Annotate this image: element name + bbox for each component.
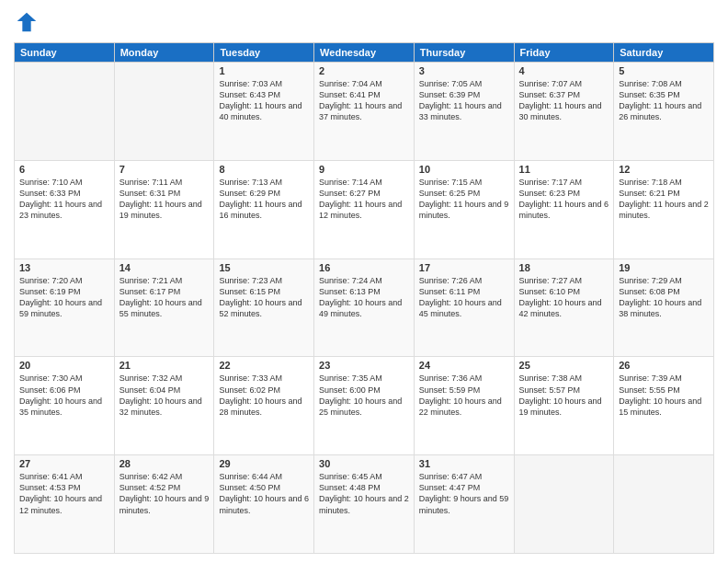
calendar-cell: 26Sunrise: 7:39 AM Sunset: 5:55 PM Dayli… [614, 357, 714, 455]
calendar: SundayMondayTuesdayWednesdayThursdayFrid… [14, 42, 714, 554]
calendar-cell [514, 455, 614, 554]
logo-icon [14, 9, 40, 35]
day-number: 19 [619, 262, 709, 273]
day-number: 11 [519, 164, 609, 175]
cell-content: Sunrise: 7:17 AM Sunset: 6:23 PM Dayligh… [519, 177, 609, 222]
calendar-cell: 27Sunrise: 6:41 AM Sunset: 4:53 PM Dayli… [15, 455, 115, 554]
calendar-cell: 15Sunrise: 7:23 AM Sunset: 6:15 PM Dayli… [214, 259, 314, 357]
day-number: 5 [619, 65, 709, 76]
calendar-cell [114, 63, 214, 161]
day-number: 2 [319, 65, 409, 76]
calendar-cell [614, 455, 714, 554]
calendar-cell: 20Sunrise: 7:30 AM Sunset: 6:06 PM Dayli… [15, 357, 115, 455]
day-number: 18 [519, 262, 609, 273]
calendar-cell: 9Sunrise: 7:14 AM Sunset: 6:27 PM Daylig… [314, 160, 415, 259]
day-number: 10 [419, 164, 509, 175]
calendar-week-row: 27Sunrise: 6:41 AM Sunset: 4:53 PM Dayli… [15, 455, 714, 554]
calendar-week-row: 1Sunrise: 7:03 AM Sunset: 6:43 PM Daylig… [15, 63, 714, 161]
weekday-header: Friday [514, 43, 614, 63]
day-number: 9 [319, 164, 409, 175]
logo [14, 9, 43, 35]
cell-content: Sunrise: 7:21 AM Sunset: 6:17 PM Dayligh… [119, 275, 210, 320]
page: SundayMondayTuesdayWednesdayThursdayFrid… [0, 0, 728, 563]
cell-content: Sunrise: 7:10 AM Sunset: 6:33 PM Dayligh… [19, 177, 109, 222]
calendar-cell: 21Sunrise: 7:32 AM Sunset: 6:04 PM Dayli… [114, 357, 214, 455]
header [14, 9, 714, 35]
day-number: 3 [419, 65, 509, 76]
calendar-cell: 29Sunrise: 6:44 AM Sunset: 4:50 PM Dayli… [214, 455, 314, 554]
day-number: 14 [119, 262, 210, 273]
day-number: 6 [19, 164, 109, 175]
calendar-cell: 8Sunrise: 7:13 AM Sunset: 6:29 PM Daylig… [214, 160, 314, 259]
cell-content: Sunrise: 7:05 AM Sunset: 6:39 PM Dayligh… [419, 78, 509, 123]
day-number: 7 [119, 164, 210, 175]
cell-content: Sunrise: 6:45 AM Sunset: 4:48 PM Dayligh… [319, 471, 409, 516]
svg-marker-0 [17, 13, 37, 32]
calendar-cell: 23Sunrise: 7:35 AM Sunset: 6:00 PM Dayli… [314, 357, 415, 455]
cell-content: Sunrise: 6:44 AM Sunset: 4:50 PM Dayligh… [219, 471, 309, 516]
day-number: 12 [619, 164, 709, 175]
calendar-cell: 28Sunrise: 6:42 AM Sunset: 4:52 PM Dayli… [114, 455, 214, 554]
cell-content: Sunrise: 7:04 AM Sunset: 6:41 PM Dayligh… [319, 78, 409, 123]
cell-content: Sunrise: 7:35 AM Sunset: 6:00 PM Dayligh… [319, 373, 409, 418]
calendar-header: SundayMondayTuesdayWednesdayThursdayFrid… [15, 43, 714, 63]
cell-content: Sunrise: 7:11 AM Sunset: 6:31 PM Dayligh… [119, 177, 210, 222]
day-number: 20 [19, 360, 109, 371]
calendar-cell: 6Sunrise: 7:10 AM Sunset: 6:33 PM Daylig… [15, 160, 115, 259]
day-number: 24 [419, 360, 509, 371]
calendar-week-row: 13Sunrise: 7:20 AM Sunset: 6:19 PM Dayli… [15, 259, 714, 357]
day-number: 13 [19, 262, 109, 273]
day-number: 1 [219, 65, 309, 76]
cell-content: Sunrise: 6:42 AM Sunset: 4:52 PM Dayligh… [119, 471, 210, 516]
calendar-cell: 1Sunrise: 7:03 AM Sunset: 6:43 PM Daylig… [214, 63, 314, 161]
calendar-cell: 13Sunrise: 7:20 AM Sunset: 6:19 PM Dayli… [15, 259, 115, 357]
calendar-week-row: 6Sunrise: 7:10 AM Sunset: 6:33 PM Daylig… [15, 160, 714, 259]
calendar-cell: 14Sunrise: 7:21 AM Sunset: 6:17 PM Dayli… [114, 259, 214, 357]
cell-content: Sunrise: 7:27 AM Sunset: 6:10 PM Dayligh… [519, 275, 609, 320]
cell-content: Sunrise: 7:29 AM Sunset: 6:08 PM Dayligh… [619, 275, 709, 320]
cell-content: Sunrise: 7:38 AM Sunset: 5:57 PM Dayligh… [519, 373, 609, 418]
day-number: 17 [419, 262, 509, 273]
cell-content: Sunrise: 7:03 AM Sunset: 6:43 PM Dayligh… [219, 78, 309, 123]
day-number: 25 [519, 360, 609, 371]
weekday-header: Sunday [15, 43, 115, 63]
cell-content: Sunrise: 7:07 AM Sunset: 6:37 PM Dayligh… [519, 78, 609, 123]
day-number: 29 [219, 458, 309, 469]
calendar-cell: 17Sunrise: 7:26 AM Sunset: 6:11 PM Dayli… [414, 259, 514, 357]
calendar-body: 1Sunrise: 7:03 AM Sunset: 6:43 PM Daylig… [15, 63, 714, 554]
cell-content: Sunrise: 7:13 AM Sunset: 6:29 PM Dayligh… [219, 177, 309, 222]
calendar-cell: 3Sunrise: 7:05 AM Sunset: 6:39 PM Daylig… [414, 63, 514, 161]
day-number: 16 [319, 262, 409, 273]
calendar-cell: 11Sunrise: 7:17 AM Sunset: 6:23 PM Dayli… [514, 160, 614, 259]
cell-content: Sunrise: 7:26 AM Sunset: 6:11 PM Dayligh… [419, 275, 509, 320]
calendar-cell: 31Sunrise: 6:47 AM Sunset: 4:47 PM Dayli… [414, 455, 514, 554]
calendar-cell: 25Sunrise: 7:38 AM Sunset: 5:57 PM Dayli… [514, 357, 614, 455]
day-number: 21 [119, 360, 210, 371]
calendar-cell: 10Sunrise: 7:15 AM Sunset: 6:25 PM Dayli… [414, 160, 514, 259]
day-number: 26 [619, 360, 709, 371]
calendar-cell: 7Sunrise: 7:11 AM Sunset: 6:31 PM Daylig… [114, 160, 214, 259]
weekday-header: Thursday [414, 43, 514, 63]
cell-content: Sunrise: 7:39 AM Sunset: 5:55 PM Dayligh… [619, 373, 709, 418]
calendar-cell: 19Sunrise: 7:29 AM Sunset: 6:08 PM Dayli… [614, 259, 714, 357]
calendar-cell: 24Sunrise: 7:36 AM Sunset: 5:59 PM Dayli… [414, 357, 514, 455]
cell-content: Sunrise: 7:36 AM Sunset: 5:59 PM Dayligh… [419, 373, 509, 418]
calendar-cell [15, 63, 115, 161]
day-number: 22 [219, 360, 309, 371]
day-number: 15 [219, 262, 309, 273]
cell-content: Sunrise: 6:41 AM Sunset: 4:53 PM Dayligh… [19, 471, 109, 516]
cell-content: Sunrise: 6:47 AM Sunset: 4:47 PM Dayligh… [419, 471, 509, 516]
cell-content: Sunrise: 7:20 AM Sunset: 6:19 PM Dayligh… [19, 275, 109, 320]
calendar-cell: 12Sunrise: 7:18 AM Sunset: 6:21 PM Dayli… [614, 160, 714, 259]
calendar-cell: 18Sunrise: 7:27 AM Sunset: 6:10 PM Dayli… [514, 259, 614, 357]
cell-content: Sunrise: 7:23 AM Sunset: 6:15 PM Dayligh… [219, 275, 309, 320]
calendar-cell: 16Sunrise: 7:24 AM Sunset: 6:13 PM Dayli… [314, 259, 415, 357]
weekday-header: Wednesday [314, 43, 415, 63]
weekday-header: Monday [114, 43, 214, 63]
day-number: 28 [119, 458, 210, 469]
cell-content: Sunrise: 7:18 AM Sunset: 6:21 PM Dayligh… [619, 177, 709, 222]
header-row: SundayMondayTuesdayWednesdayThursdayFrid… [15, 43, 714, 63]
cell-content: Sunrise: 7:08 AM Sunset: 6:35 PM Dayligh… [619, 78, 709, 123]
calendar-week-row: 20Sunrise: 7:30 AM Sunset: 6:06 PM Dayli… [15, 357, 714, 455]
day-number: 31 [419, 458, 509, 469]
